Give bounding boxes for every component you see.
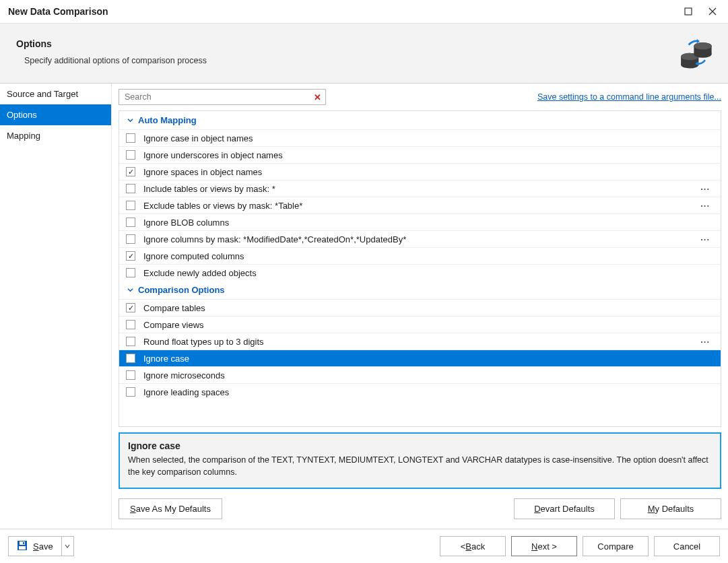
option-label: Include tables or views by mask: * bbox=[143, 184, 696, 194]
cancel-button[interactable]: Cancel bbox=[654, 536, 720, 556]
titlebar: New Data Comparison bbox=[0, 0, 728, 23]
wizard-nav: Source and TargetOptionsMapping bbox=[0, 84, 112, 529]
option-label: Round float types up to 3 digits bbox=[143, 337, 696, 347]
option-label: Exclude newly added objects bbox=[143, 268, 714, 278]
option-label: Ignore leading spaces bbox=[143, 387, 714, 397]
option-checkbox[interactable] bbox=[126, 218, 135, 227]
page-header: Options Specify additional options of co… bbox=[0, 23, 728, 84]
option-label: Ignore case bbox=[143, 354, 714, 364]
search-input-wrap: ✕ bbox=[119, 89, 326, 105]
chevron-down-icon bbox=[126, 286, 134, 294]
option-row[interactable]: Ignore computed columns bbox=[119, 247, 721, 264]
back-button[interactable]: < Back bbox=[440, 536, 506, 556]
svg-rect-14 bbox=[23, 542, 24, 544]
option-checkbox[interactable] bbox=[126, 150, 135, 160]
option-checkbox[interactable] bbox=[126, 387, 135, 397]
option-label: Ignore columns by mask: *ModifiedDate*,*… bbox=[143, 234, 696, 244]
option-checkbox[interactable] bbox=[126, 337, 135, 346]
option-row[interactable]: Include tables or views by mask: *··· bbox=[119, 180, 721, 197]
svg-rect-13 bbox=[19, 546, 26, 550]
option-row[interactable]: Round float types up to 3 digits··· bbox=[119, 333, 721, 350]
save-split-button[interactable]: Save bbox=[8, 536, 74, 556]
option-checkbox[interactable] bbox=[126, 184, 135, 193]
search-input[interactable] bbox=[119, 90, 325, 104]
option-row[interactable]: Ignore case bbox=[119, 350, 721, 366]
next-button[interactable]: Next > bbox=[511, 536, 577, 556]
section-title: Comparison Options bbox=[138, 285, 225, 295]
option-checkbox[interactable] bbox=[126, 251, 135, 261]
more-options-icon[interactable]: ··· bbox=[696, 234, 714, 244]
option-label: Ignore computed columns bbox=[143, 251, 714, 261]
section-header[interactable]: Comparison Options bbox=[119, 281, 721, 299]
save-dropdown-toggle[interactable] bbox=[61, 537, 73, 556]
svg-rect-0 bbox=[685, 8, 692, 15]
option-checkbox[interactable] bbox=[126, 201, 135, 210]
option-row[interactable]: Ignore microseconds bbox=[119, 366, 721, 383]
save-icon bbox=[17, 540, 28, 553]
save-cmdline-link[interactable]: Save settings to a command line argument… bbox=[537, 92, 721, 102]
nav-item[interactable]: Options bbox=[0, 104, 111, 125]
option-row[interactable]: Exclude tables or views by mask: *Table*… bbox=[119, 197, 721, 213]
option-label: Compare tables bbox=[143, 303, 714, 313]
option-row[interactable]: Compare tables bbox=[119, 299, 721, 316]
data-compare-icon bbox=[677, 33, 715, 71]
clear-search-icon[interactable]: ✕ bbox=[312, 92, 323, 102]
compare-button[interactable]: Compare bbox=[583, 536, 649, 556]
option-label: Exclude tables or views by mask: *Table* bbox=[143, 201, 696, 211]
options-panel: ✕ Save settings to a command line argume… bbox=[112, 84, 728, 529]
option-label: Ignore spaces in object names bbox=[143, 167, 714, 177]
section-title: Auto Mapping bbox=[138, 115, 197, 125]
option-checkbox[interactable] bbox=[126, 234, 135, 244]
svg-point-7 bbox=[694, 51, 711, 58]
option-row[interactable]: Ignore BLOB columns bbox=[119, 213, 721, 230]
svg-point-3 bbox=[681, 61, 698, 69]
nav-item[interactable]: Source and Target bbox=[0, 84, 111, 104]
section-header[interactable]: Auto Mapping bbox=[119, 111, 721, 129]
svg-point-8 bbox=[694, 42, 711, 50]
option-row[interactable]: Ignore underscores in object names bbox=[119, 146, 721, 163]
option-row[interactable]: Ignore columns by mask: *ModifiedDate*,*… bbox=[119, 230, 721, 247]
maximize-button[interactable] bbox=[681, 4, 696, 19]
option-label: Ignore BLOB columns bbox=[143, 218, 714, 228]
save-button-label: Save bbox=[33, 541, 53, 552]
description-panel: Ignore case When selected, the compariso… bbox=[119, 432, 721, 489]
option-checkbox[interactable] bbox=[126, 370, 135, 380]
nav-item[interactable]: Mapping bbox=[0, 125, 111, 146]
options-list: Auto MappingIgnore case in object namesI… bbox=[119, 110, 721, 427]
option-label: Compare views bbox=[143, 320, 714, 330]
window-title: New Data Comparison bbox=[8, 6, 681, 17]
save-as-my-defaults-button[interactable]: Save As My Defaults bbox=[119, 498, 222, 519]
option-checkbox[interactable] bbox=[126, 133, 135, 143]
option-label: Ignore microseconds bbox=[143, 370, 714, 380]
option-label: Ignore case in object names bbox=[143, 133, 714, 143]
more-options-icon[interactable]: ··· bbox=[696, 184, 714, 194]
option-row[interactable]: Compare views bbox=[119, 316, 721, 333]
option-checkbox[interactable] bbox=[126, 354, 135, 363]
option-row[interactable]: Ignore leading spaces bbox=[119, 383, 721, 400]
close-button[interactable] bbox=[705, 4, 720, 19]
my-defaults-button[interactable]: My Defaults bbox=[620, 498, 721, 519]
page-title: Options bbox=[16, 38, 677, 49]
wizard-footer: Save < Back Next > Compare Cancel bbox=[0, 529, 728, 563]
page-subtitle: Specify additional options of comparison… bbox=[24, 56, 677, 65]
options-scroll-area[interactable]: Auto MappingIgnore case in object namesI… bbox=[119, 111, 721, 426]
devart-defaults-button[interactable]: Devart Defaults bbox=[514, 498, 615, 519]
option-checkbox[interactable] bbox=[126, 320, 135, 329]
option-checkbox[interactable] bbox=[126, 167, 135, 176]
option-row[interactable]: Ignore case in object names bbox=[119, 129, 721, 146]
description-body: When selected, the comparison of the TEX… bbox=[128, 455, 712, 478]
option-checkbox[interactable] bbox=[126, 303, 135, 312]
chevron-down-icon bbox=[126, 117, 134, 125]
more-options-icon[interactable]: ··· bbox=[696, 201, 714, 211]
option-row[interactable]: Ignore spaces in object names bbox=[119, 163, 721, 180]
more-options-icon[interactable]: ··· bbox=[696, 337, 714, 347]
description-title: Ignore case bbox=[128, 440, 712, 451]
option-label: Ignore underscores in object names bbox=[143, 150, 714, 160]
option-row[interactable]: Exclude newly added objects bbox=[119, 264, 721, 281]
option-checkbox[interactable] bbox=[126, 268, 135, 277]
